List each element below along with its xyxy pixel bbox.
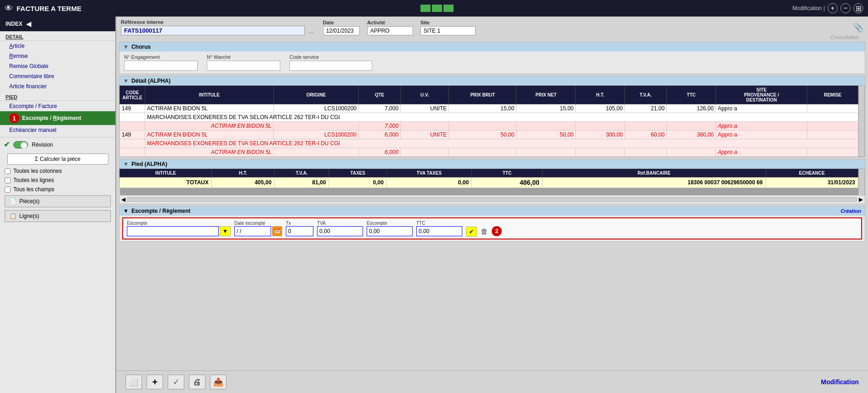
left-arrow[interactable]: ◀ xyxy=(121,196,125,203)
cell-empty xyxy=(667,122,716,131)
calc-btn[interactable]: Σ Calculer la pièce xyxy=(7,154,108,165)
escompte-amount-label: Escompte xyxy=(367,221,413,226)
escompte-reglement-badge: 1 xyxy=(9,113,19,123)
export-btn[interactable]: 📤 xyxy=(210,375,227,389)
cell-prix-brut: 50,00 xyxy=(449,131,516,139)
add-btn[interactable]: + xyxy=(147,375,163,389)
checkbox-colonnes-label: Toutes les colonnes xyxy=(13,168,62,174)
detail-label: Détail (ALPHA) xyxy=(131,78,170,84)
ttc-input[interactable] xyxy=(416,226,462,236)
pied-footer-bar xyxy=(120,188,858,195)
chorus-header: ▼ Chorus xyxy=(119,42,865,51)
trash-btn[interactable]: 🗑 xyxy=(481,228,488,236)
activite-field: Activité APPRO xyxy=(367,20,413,35)
piece-btn[interactable]: 📄 Pièce(s) xyxy=(5,195,111,207)
pied-header: ▼ Pied (ALPHA) xyxy=(119,159,865,169)
checkbox-lignes-input[interactable] xyxy=(5,177,11,183)
consultation-row: Consultation xyxy=(116,34,868,40)
tx-input[interactable] xyxy=(286,226,313,236)
date-escompte-input[interactable] xyxy=(234,226,271,236)
escompte-amount-input[interactable] xyxy=(367,226,413,236)
green-btn-3[interactable] xyxy=(443,5,454,12)
minus-circle-btn[interactable]: − xyxy=(840,3,851,13)
ref-interne-label: Référence interne xyxy=(121,19,316,25)
cell-remise xyxy=(807,131,858,139)
table-row: MARCHANDISES EXONEREES DE TVA SELON ARTI… xyxy=(120,139,858,148)
sidebar-item-remise[interactable]: Remise xyxy=(0,51,115,61)
marche-label: N° Marché xyxy=(207,54,280,60)
cell-prix-net: 50,00 xyxy=(516,131,576,139)
cell-site: Appro a xyxy=(716,104,807,113)
print-btn[interactable]: 🖨 xyxy=(189,375,205,389)
ligne-btn[interactable]: 📋 Ligne(s) xyxy=(5,210,111,222)
marche-input[interactable] xyxy=(207,61,280,71)
right-arrow[interactable]: ▶ xyxy=(859,196,863,203)
chorus-triangle[interactable]: ▼ xyxy=(123,44,129,50)
collapse-arrow[interactable]: ◀ xyxy=(26,20,31,28)
chorus-content: N° Engagement N° Marché Code service xyxy=(119,51,865,74)
add-circle-btn[interactable]: + xyxy=(828,3,838,13)
escompte-input-wrapper: ▼ xyxy=(127,226,231,236)
cell-code: 149 xyxy=(120,104,145,113)
cell-empty xyxy=(120,148,145,157)
escompte-header: ▼ Escompte / Règlement Création xyxy=(119,206,865,216)
tx-label: Tx xyxy=(286,221,313,226)
table-row: ACTIRAM EN BIDON 5L 6,000 Appro a xyxy=(120,148,858,157)
creation-label: Création xyxy=(840,208,861,214)
sidebar-item-remise-globale[interactable]: Remise Globale xyxy=(0,61,115,71)
cell-tva: 60,00 xyxy=(625,131,667,139)
cell-empty xyxy=(807,122,858,131)
checkbox-colonnes-input[interactable] xyxy=(5,168,11,174)
tva-label: TVA xyxy=(317,221,363,226)
copy-btn[interactable]: ⬜ xyxy=(125,375,142,389)
detail-triangle[interactable]: ▼ xyxy=(123,78,129,84)
pied-cell-taxes: 0,00 xyxy=(329,177,387,188)
toggle-knob xyxy=(21,142,27,148)
calendar-btn[interactable]: 📅 xyxy=(272,226,282,236)
engagement-input[interactable] xyxy=(124,61,198,71)
checkbox-champs-input[interactable] xyxy=(5,187,11,193)
date-escompte-label: Date escompte xyxy=(234,221,282,226)
hscrollbar[interactable] xyxy=(127,197,857,202)
ligne-icon: 📋 xyxy=(10,213,17,219)
pied-table: INTITULE H.T. T.V.A. TAXES TVA TAXES TTC… xyxy=(119,169,858,195)
pied-scrollbar[interactable] xyxy=(858,169,865,195)
green-btn-2[interactable] xyxy=(432,5,442,12)
escompte-text-input[interactable] xyxy=(127,226,219,236)
checkbox-tous-champs[interactable]: Tous les champs xyxy=(0,185,115,194)
tva-field: TVA xyxy=(317,221,363,236)
validate-btn[interactable]: ✓ xyxy=(168,375,184,389)
revision-toggle[interactable] xyxy=(13,141,28,148)
confirm-yellow-btn[interactable]: ✔ xyxy=(466,227,477,237)
cell-sub-site: Appro a xyxy=(716,148,807,157)
sidebar-item-article[interactable]: Article xyxy=(0,41,115,51)
detail-scrollbar[interactable] xyxy=(858,85,865,157)
tva-input[interactable] xyxy=(317,226,363,236)
sidebar-item-escompte-reglement[interactable]: 1 Escompte / Règlement xyxy=(0,111,115,125)
escompte-amount-field: Escompte xyxy=(367,221,413,236)
paperclip-icon[interactable]: 📎 xyxy=(853,23,863,33)
detail-table-wrapper: CODEARTICLE INTITULE ORIGINE QTE U.V. PR… xyxy=(119,85,865,157)
col-tva: T.V.A. xyxy=(625,86,667,104)
site-field: Site SITE 1 xyxy=(420,20,476,35)
sidebar-item-echeancier[interactable]: Echéancier manuel xyxy=(0,125,115,135)
escompte-yellow-btn[interactable]: ▼ xyxy=(220,226,231,236)
sidebar-item-commentaire[interactable]: Commentaire libre xyxy=(0,71,115,81)
checkbox-toutes-colonnes[interactable]: Toutes les colonnes xyxy=(0,166,115,176)
cell-sub-qte: 6,000 xyxy=(358,148,400,157)
detail-table: CODEARTICLE INTITULE ORIGINE QTE U.V. PR… xyxy=(119,85,858,157)
checkbox-toutes-lignes[interactable]: Toutes les lignes xyxy=(0,176,115,185)
site-label: Site xyxy=(420,20,476,25)
sidebar-item-article-financier[interactable]: Article financier xyxy=(0,81,115,91)
escompte-triangle[interactable]: ▼ xyxy=(123,208,129,214)
cell-qte: 7,000 xyxy=(358,104,400,113)
sidebar-item-escompte-facture[interactable]: Escompte / Facture xyxy=(0,101,115,111)
pied-triangle[interactable]: ▼ xyxy=(123,161,129,167)
pied-label: Pied (ALPHA) xyxy=(131,161,167,167)
code-service-input[interactable] xyxy=(289,61,372,71)
dots-btn[interactable]: ... xyxy=(306,26,316,35)
green-btn-1[interactable] xyxy=(420,5,431,12)
pied-cell-tva: 81,00 xyxy=(274,177,329,188)
revision-row: ✔ Révision xyxy=(0,137,115,152)
grid-circle-btn[interactable]: ⊞ xyxy=(853,3,863,13)
